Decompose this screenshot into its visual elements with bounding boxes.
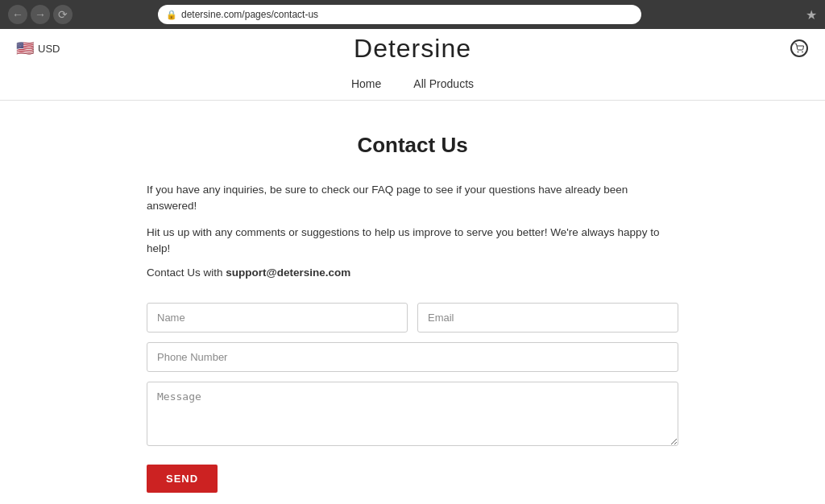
browser-window: ← → ⟳ 🔒 detersine.com/pages/contact-us ★… — [0, 0, 825, 504]
description-1: If you have any inquiries, be sure to ch… — [147, 182, 678, 215]
contact-email-link[interactable]: support@detersine.com — [226, 266, 350, 279]
site-wrapper: 🇺🇸 USD Detersine Home — [0, 29, 825, 504]
send-button[interactable]: SEND — [147, 465, 218, 493]
currency-label: USD — [38, 43, 60, 55]
cart-area[interactable] — [790, 39, 809, 58]
phone-row — [147, 342, 678, 372]
lock-icon: 🔒 — [166, 10, 177, 20]
nav-products[interactable]: All Products — [413, 77, 474, 90]
browser-chrome: ← → ⟳ 🔒 detersine.com/pages/contact-us ★ — [0, 0, 825, 29]
url-text: detersine.com/pages/contact-us — [181, 9, 318, 20]
address-bar[interactable]: 🔒 detersine.com/pages/contact-us — [158, 5, 641, 24]
site-title: Detersine — [354, 34, 471, 64]
message-row — [147, 382, 678, 448]
message-textarea[interactable] — [147, 382, 678, 446]
contact-form: SEND — [147, 303, 678, 493]
name-input[interactable] — [147, 303, 408, 333]
phone-input[interactable] — [147, 342, 678, 372]
refresh-button[interactable]: ⟳ — [53, 5, 73, 24]
cart-icon — [790, 39, 808, 57]
main-content: Contact Us If you have any inquiries, be… — [131, 101, 694, 504]
back-button[interactable]: ← — [8, 5, 27, 24]
site-navigation: Home All Products — [16, 68, 809, 100]
forward-button[interactable]: → — [31, 5, 50, 24]
nav-home[interactable]: Home — [351, 77, 381, 90]
description-2: Hit us up with any comments or suggestio… — [147, 225, 678, 258]
email-input[interactable] — [417, 303, 678, 333]
name-email-row — [147, 303, 678, 333]
currency-selector[interactable]: 🇺🇸 USD — [16, 39, 60, 57]
header-top: 🇺🇸 USD Detersine — [16, 29, 809, 68]
contact-email-line: Contact Us with support@detersine.com — [147, 266, 678, 279]
svg-point-0 — [798, 52, 798, 52]
bookmark-icon[interactable]: ★ — [806, 7, 817, 23]
flag-icon: 🇺🇸 — [16, 39, 34, 57]
page-title: Contact Us — [147, 133, 678, 158]
contact-prefix: Contact Us with — [147, 266, 226, 279]
nav-buttons: ← → ⟳ — [8, 5, 73, 24]
site-header: 🇺🇸 USD Detersine Home — [0, 29, 825, 101]
svg-point-1 — [802, 52, 803, 52]
